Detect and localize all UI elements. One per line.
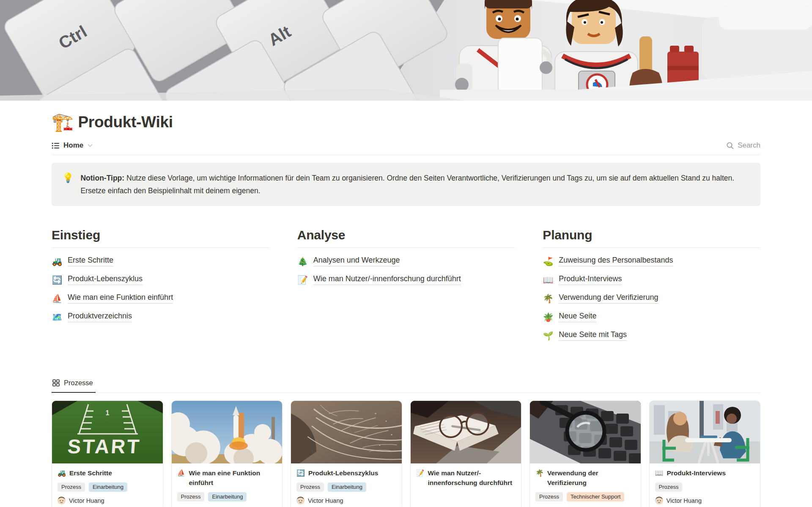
gallery-grid-icon	[52, 379, 60, 386]
tractor-icon: 🚜	[58, 468, 66, 478]
tag-prozess: Prozess	[177, 492, 205, 502]
memo-icon: 📝	[297, 275, 308, 285]
page-title: Produkt-Wiki	[78, 113, 173, 131]
tab-home-label: Home	[63, 141, 83, 150]
column-heading: Einstieg	[52, 228, 269, 248]
sailboat-icon: ⛵	[52, 293, 63, 304]
palm-tree-icon: 🌴	[535, 468, 544, 478]
svg-text:START: START	[67, 435, 142, 458]
light-bulb-icon: 💡	[62, 172, 74, 197]
avatar	[655, 496, 663, 504]
column-analyse: Analyse 🎄 Analysen und Werkzeuge 📝 Wie m…	[297, 228, 515, 341]
page-link-neue-seite-tags[interactable]: 🌱 Neue Seite mit Tags	[543, 330, 760, 341]
gallery-card-produkt-interviews[interactable]: 📖Produkt-Interviews Prozess Victor Huang	[649, 400, 761, 507]
column-heading: Planung	[543, 228, 760, 248]
seedling-icon: 🌱	[543, 331, 554, 341]
tractor-icon: 🚜	[52, 256, 63, 266]
gallery-card-erste-schritte[interactable]: 1 START 🚜Erste Schritte Prozess Einarbei…	[52, 400, 163, 507]
tag-prozess: Prozess	[296, 482, 324, 492]
callout-text: Notion-Tipp: Nutze diese Vorlage, um wic…	[80, 172, 750, 197]
card-cover-shuttle-launch	[172, 401, 283, 463]
card-cover-magnifier-laptop	[530, 401, 641, 463]
gallery-tabs: Prozesse	[52, 376, 760, 393]
world-map-icon: 🗺️	[52, 312, 63, 322]
person-row: Victor Huang	[296, 496, 396, 504]
tree-icon: 🎄	[297, 256, 308, 266]
search-label: Search	[738, 141, 760, 150]
tag-prozess: Prozess	[535, 492, 563, 502]
notion-tip-callout: 💡 Notion-Tipp: Nutze diese Vorlage, um w…	[52, 163, 760, 206]
tag-technischer-support: Technischer Support	[567, 492, 625, 502]
page-link-neue-seite[interactable]: 🪴 Neue Seite	[543, 312, 760, 322]
avatar	[296, 496, 304, 504]
tag-einarbeitung: Einarbeitung	[208, 492, 247, 502]
person-row: Victor Huang	[58, 496, 157, 504]
chevron-down-icon[interactable]	[87, 143, 93, 148]
view-nav: Home Search	[52, 141, 760, 155]
open-book-icon: 📖	[543, 275, 554, 285]
tag-prozess: Prozess	[58, 482, 85, 492]
golf-flag-icon: ⛳	[543, 256, 554, 266]
column-heading: Analyse	[297, 228, 515, 248]
card-cover-interview	[650, 401, 760, 463]
page-link-nutzerforschung[interactable]: 📝 Wie man Nutzer/-innenforschung durchfü…	[297, 274, 515, 285]
person-row: Victor Huang	[655, 496, 755, 504]
page-link-produktverzeichnis[interactable]: 🗺️ Produktverzeichnis	[52, 312, 269, 322]
avatar	[58, 496, 66, 504]
arrows-cycle-icon: 🔄	[296, 468, 305, 478]
search-button[interactable]: Search	[726, 141, 760, 150]
page-link-personalbestand[interactable]: ⛳ Zuweisung des Personalbestands	[543, 256, 760, 266]
crane-icon: 🏗️	[52, 113, 74, 131]
page-link-funktion-einfuehrt[interactable]: ⛵ Wie man eine Funktion einführt	[52, 293, 269, 304]
page-link-produkt-lebenszyklus[interactable]: 🔄 Produkt-Lebenszyklus	[52, 274, 269, 285]
card-cover-notebook-glasses	[411, 401, 521, 463]
tag-einarbeitung: Einarbeitung	[89, 482, 127, 492]
gallery-card-produkt-lebenszyklus[interactable]: 🔄Produkt-Lebenszyklus Prozess Einarbeitu…	[291, 400, 402, 507]
page-link-erste-schritte[interactable]: 🚜 Erste Schritte	[52, 256, 269, 266]
tag-einarbeitung: Einarbeitung	[328, 482, 366, 492]
gallery-card-funktion-einfuehrt[interactable]: ⛵Wie man eine Funktion einführt Prozess …	[171, 400, 283, 507]
page-link-produkt-interviews[interactable]: 📖 Produkt-Interviews	[543, 274, 760, 285]
arrows-cycle-icon: 🔄	[52, 275, 63, 285]
potted-plant-icon: 🪴	[543, 312, 554, 322]
card-cover-start-track: 1 START	[52, 401, 163, 463]
column-planung: Planung ⛳ Zuweisung des Personalbestands…	[543, 228, 760, 341]
gallery-card-nutzerforschung[interactable]: 📝Wie man Nutzer/-innenforschung durchfüh…	[410, 400, 522, 507]
svg-text:1: 1	[106, 409, 110, 417]
open-book-icon: 📖	[655, 468, 664, 478]
palm-tree-icon: 🌴	[543, 293, 554, 304]
list-view-icon	[52, 142, 60, 150]
tab-prozesse-label: Prozesse	[64, 379, 93, 387]
card-cover-river-delta	[291, 401, 402, 463]
memo-icon: 📝	[416, 468, 425, 478]
tag-prozess: Prozess	[655, 482, 683, 492]
tab-home[interactable]: Home	[52, 141, 93, 150]
cover-image: Ctrl Alt	[0, 0, 812, 101]
sailboat-icon: ⛵	[177, 468, 186, 478]
tab-prozesse[interactable]: Prozesse	[52, 376, 96, 393]
column-einstieg: Einstieg 🚜 Erste Schritte 🔄 Produkt-Lebe…	[52, 228, 269, 341]
gallery-card-verifizierung[interactable]: 🌴Verwendung der Verifizierung Prozess Te…	[529, 400, 641, 507]
search-icon	[726, 142, 734, 150]
page-link-analysen-werkzeuge[interactable]: 🎄 Analysen und Werkzeuge	[297, 256, 515, 266]
page-link-verifizierung[interactable]: 🌴 Verwendung der Verifizierung	[543, 293, 760, 304]
